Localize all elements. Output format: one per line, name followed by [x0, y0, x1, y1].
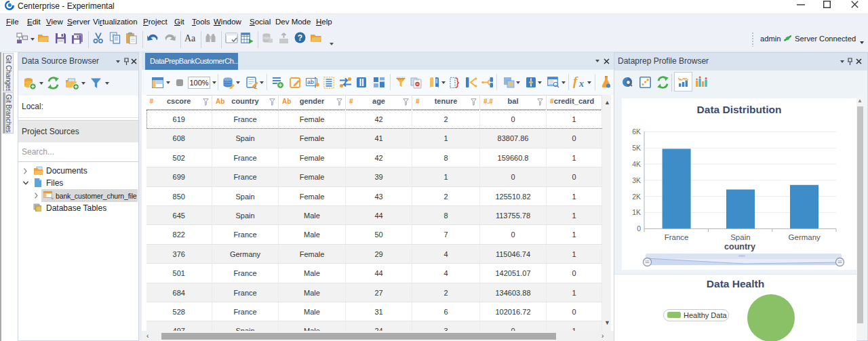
- svg-text:ab: ab: [307, 79, 314, 85]
- svg-text:3K: 3K: [632, 176, 641, 184]
- svg-text:France: France: [665, 233, 689, 241]
- svg-text:2K: 2K: [632, 193, 641, 201]
- svg-text:6K: 6K: [632, 127, 641, 136]
- svg-text:Germany: Germany: [789, 233, 821, 241]
- svg-text:4K: 4K: [632, 160, 641, 168]
- svg-text:5K: 5K: [632, 144, 641, 152]
- svg-text:Spain: Spain: [730, 233, 750, 241]
- svg-text:1K: 1K: [632, 208, 641, 216]
- svg-text:0: 0: [637, 224, 641, 233]
- svg-text:?: ?: [298, 33, 302, 43]
